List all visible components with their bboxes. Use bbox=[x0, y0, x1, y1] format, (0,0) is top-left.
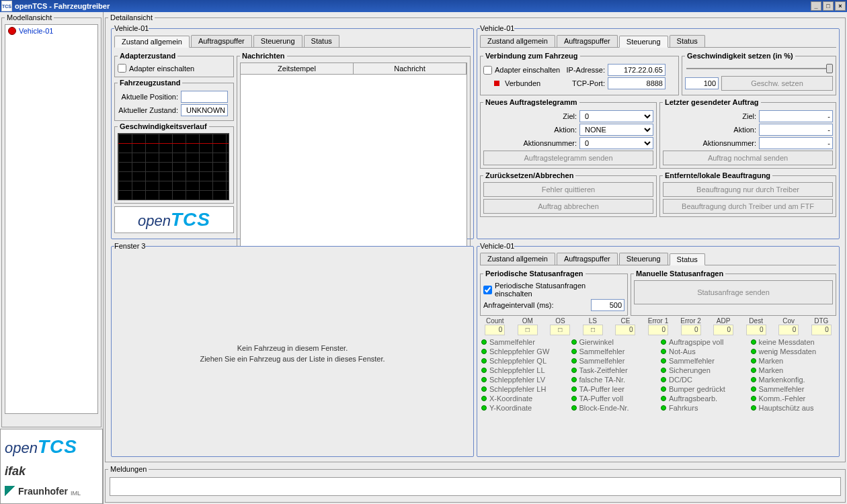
tab-zustand-2[interactable]: Zustand allgemein bbox=[480, 35, 555, 47]
ack-error-button[interactable]: Fehler quittieren bbox=[483, 182, 653, 197]
speed-slider[interactable] bbox=[685, 62, 833, 75]
status-led-icon bbox=[481, 339, 487, 345]
count-value: □ bbox=[583, 325, 603, 335]
ip-field[interactable] bbox=[608, 64, 666, 76]
meldungen-legend: Meldungen bbox=[108, 465, 149, 473]
status-item: Schleppfehler LH bbox=[481, 385, 566, 393]
close-button[interactable]: × bbox=[835, 1, 846, 11]
status-item: Sammelfehler bbox=[661, 357, 745, 365]
tab-auftragspuffer-2[interactable]: Auftragspuffer bbox=[557, 35, 618, 47]
status-item: DC/DC bbox=[661, 376, 745, 384]
aktionsnummer-combo[interactable]: 0 bbox=[579, 137, 653, 149]
tab-status-4[interactable]: Status bbox=[670, 253, 705, 265]
minimize-button[interactable]: _ bbox=[811, 1, 821, 11]
speed-value-field[interactable] bbox=[685, 77, 719, 89]
count-header: Cov bbox=[782, 317, 795, 325]
aktionsnummer-label: Aktionsnummer: bbox=[483, 139, 577, 147]
status-led-icon bbox=[661, 386, 666, 392]
status-led-icon bbox=[571, 377, 577, 382]
maximize-button[interactable]: □ bbox=[823, 1, 834, 11]
resend-order-button[interactable]: Auftrag nochmal senden bbox=[663, 151, 833, 165]
meldungen-box[interactable] bbox=[110, 477, 841, 496]
status-item: Sicherungen bbox=[661, 366, 745, 374]
ifak-logo: ifak bbox=[5, 464, 26, 478]
opentcs-logo: openTCS bbox=[5, 436, 77, 458]
fraunhofer-icon bbox=[5, 486, 15, 497]
status-led-icon bbox=[571, 349, 577, 354]
driver-and-ftf-button[interactable]: Beauftragung durch Treiber und am FTF bbox=[663, 199, 833, 214]
vehicle-list-item[interactable]: Vehicle-01 bbox=[7, 26, 96, 36]
last-ziel bbox=[759, 110, 833, 122]
drop-placeholder: Kein Fahrzeug in diesem Fenster. Ziehen … bbox=[112, 343, 473, 364]
send-status-button[interactable]: Statusanfrage senden bbox=[634, 280, 833, 304]
panel1-legend: Vehicle-01 bbox=[114, 24, 149, 32]
status-led-icon bbox=[751, 349, 756, 354]
tab-auftragspuffer-4[interactable]: Auftragspuffer bbox=[557, 253, 618, 265]
state-label: Aktueller Zustand: bbox=[118, 106, 178, 114]
status-led-icon bbox=[751, 396, 756, 401]
count-header: Error 1 bbox=[648, 317, 669, 325]
tab-steuerung[interactable]: Steuerung bbox=[253, 35, 302, 47]
col-message[interactable]: Nachricht bbox=[354, 63, 467, 74]
count-value: 0 bbox=[648, 325, 668, 335]
status-grid: SammelfehlerGierwinkelAuftragspipe vollk… bbox=[480, 338, 836, 412]
status-led-icon bbox=[661, 377, 666, 382]
window-3-panel[interactable]: Fenster 3 Kein Fahrzeug in diesem Fenste… bbox=[111, 242, 474, 457]
port-field[interactable] bbox=[608, 77, 666, 89]
col-timestamp[interactable]: Zeitstempel bbox=[241, 63, 354, 74]
model-view-panel: Modellansicht Vehicle-01 bbox=[1, 13, 102, 427]
status-item: TA-Puffer leer bbox=[571, 385, 656, 393]
status-led-icon bbox=[661, 358, 666, 364]
status-item: Schleppfehler GW bbox=[481, 347, 566, 355]
connected-label: Verbunden bbox=[505, 79, 562, 87]
conn-adapter-checkbox[interactable] bbox=[483, 66, 492, 75]
status-counts-row: Count0OM□OS□LS□CE0Error 10Error 20ADP0De… bbox=[480, 317, 836, 335]
status-led-icon bbox=[481, 368, 487, 373]
tab-auftragspuffer[interactable]: Auftragspuffer bbox=[191, 35, 252, 47]
tab-steuerung-4[interactable]: Steuerung bbox=[619, 253, 668, 265]
tab-status-2[interactable]: Status bbox=[670, 35, 705, 47]
connection-group: Verbindung zum Fahrzeug Adapter einschal… bbox=[480, 52, 679, 95]
aktion-combo[interactable]: NONE bbox=[579, 124, 653, 136]
status-led-icon bbox=[481, 405, 487, 411]
vehicle-panel-1: Vehicle-01 Zustand allgemein Auftragspuf… bbox=[111, 24, 474, 239]
conn-adapter-label: Adapter einschalten bbox=[495, 66, 562, 74]
status-led-icon bbox=[481, 377, 487, 382]
adapter-enable-checkbox[interactable] bbox=[118, 64, 126, 73]
panel4-legend: Vehicle-01 bbox=[480, 242, 514, 250]
status-led-icon bbox=[571, 396, 577, 401]
tab-zustand[interactable]: Zustand allgemein bbox=[114, 36, 190, 48]
adapter-enable-label: Adapter einschalten bbox=[129, 65, 194, 73]
tab-steuerung-2[interactable]: Steuerung bbox=[619, 36, 668, 48]
status-item: Sammelfehler bbox=[571, 347, 656, 355]
interval-field[interactable] bbox=[591, 299, 624, 311]
ziel-combo[interactable]: 0 bbox=[579, 110, 653, 122]
aktion-label: Aktion: bbox=[483, 126, 577, 134]
count-value: 0 bbox=[713, 325, 733, 335]
status-led-icon bbox=[661, 368, 666, 373]
set-speed-button[interactable]: Geschw. setzen bbox=[721, 76, 833, 91]
status-item: Not-Aus bbox=[661, 347, 745, 355]
tab-status[interactable]: Status bbox=[304, 35, 339, 47]
count-value: 0 bbox=[485, 325, 505, 335]
manual-status-group: Manuelle Statusanfragen Statusanfrage se… bbox=[631, 269, 836, 316]
cancel-order-button[interactable]: Auftrag abbrechen bbox=[483, 199, 653, 214]
status-item: Komm.-Fehler bbox=[751, 394, 836, 403]
port-label: TCP-Port: bbox=[565, 79, 605, 87]
status-led-icon bbox=[661, 396, 666, 401]
status-item: Sammelfehler bbox=[751, 385, 836, 393]
tab-zustand-4[interactable]: Zustand allgemein bbox=[480, 253, 555, 265]
status-led-icon bbox=[751, 386, 756, 392]
status-item: Schleppfehler LL bbox=[481, 366, 566, 374]
position-label: Aktuelle Position: bbox=[118, 93, 178, 101]
periodic-checkbox[interactable] bbox=[483, 286, 492, 294]
model-list[interactable]: Vehicle-01 bbox=[5, 24, 98, 414]
driver-only-button[interactable]: Beauftragung nur durch Treiber bbox=[663, 182, 833, 197]
status-item: Sammelfehler bbox=[481, 338, 566, 346]
status-led-icon bbox=[571, 358, 577, 364]
logo-block: openTCS ifak Fraunhofer IML bbox=[0, 429, 103, 504]
messages-table[interactable]: Zeitstempel Nachricht bbox=[240, 62, 467, 249]
panel2-legend: Vehicle-01 bbox=[480, 24, 514, 32]
send-order-button[interactable]: Auftragstelegramm senden bbox=[483, 151, 653, 165]
vehicle-panel-4: Vehicle-01 Zustand allgemein Auftragspuf… bbox=[477, 242, 840, 457]
